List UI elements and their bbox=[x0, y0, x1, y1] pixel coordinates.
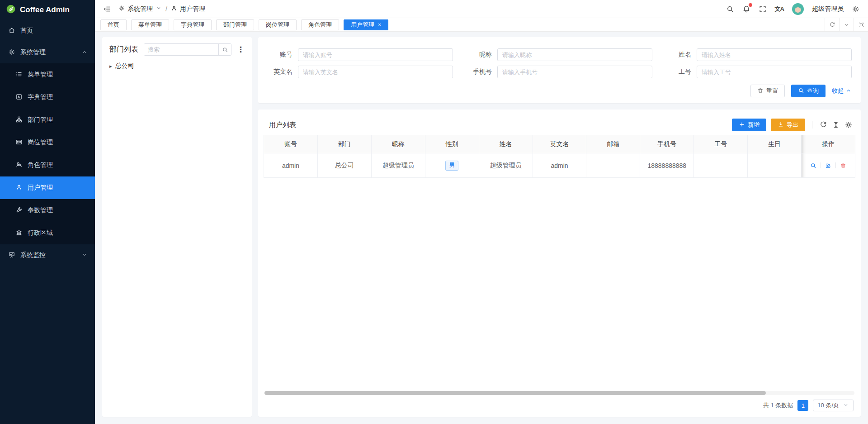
tab-label: 岗位管理 bbox=[266, 21, 289, 29]
edit-icon[interactable] bbox=[825, 162, 831, 169]
column-header[interactable]: 邮箱 bbox=[586, 135, 640, 153]
close-icon[interactable]: × bbox=[378, 22, 381, 28]
gear-icon[interactable] bbox=[844, 121, 853, 129]
english-name-input[interactable] bbox=[298, 66, 453, 78]
sidebar-item-post-management[interactable]: 岗位管理 bbox=[0, 131, 95, 154]
fullscreen-exit-icon[interactable] bbox=[854, 18, 868, 31]
sidebar-item-label: 字典管理 bbox=[28, 93, 53, 101]
page-number-button[interactable]: 1 bbox=[797, 400, 808, 411]
row-height-icon[interactable] bbox=[832, 121, 840, 129]
search-button[interactable]: 查询 bbox=[791, 85, 826, 97]
sidebar-item-system-management[interactable]: 系统管理 bbox=[0, 42, 95, 63]
tab-label: 字典管理 bbox=[181, 21, 204, 29]
menu-fold-icon[interactable] bbox=[103, 5, 111, 13]
cell-work-number bbox=[694, 153, 748, 178]
sidebar-item-label: 参数管理 bbox=[28, 206, 53, 214]
account-input[interactable] bbox=[298, 48, 453, 61]
column-header[interactable]: 工号 bbox=[694, 135, 748, 153]
menu-list-icon bbox=[15, 71, 23, 79]
tab-label: 用户管理 bbox=[351, 21, 374, 29]
department-panel-header: 部门列表 ⋮ bbox=[109, 43, 245, 56]
refresh-icon[interactable] bbox=[825, 18, 839, 31]
department-search-group bbox=[144, 43, 231, 56]
column-header[interactable]: 账号 bbox=[264, 135, 318, 153]
chevron-up-icon bbox=[81, 49, 88, 57]
export-button[interactable]: 导出 bbox=[771, 119, 805, 131]
sidebar-item-home[interactable]: 首页 bbox=[0, 20, 95, 42]
tab-home[interactable]: 首页 bbox=[100, 19, 127, 30]
sidebar-item-department-management[interactable]: 部门管理 bbox=[0, 109, 95, 131]
wrench-icon bbox=[15, 206, 23, 215]
plus-icon bbox=[739, 121, 745, 129]
user-icon bbox=[171, 5, 177, 13]
chevron-down-icon[interactable] bbox=[839, 18, 854, 31]
delete-icon[interactable] bbox=[840, 162, 846, 169]
search-icon[interactable] bbox=[218, 44, 231, 55]
work-number-input[interactable] bbox=[697, 66, 852, 78]
trash-icon bbox=[757, 87, 764, 95]
page-size-select[interactable]: 10 条/页 bbox=[813, 400, 854, 411]
view-icon[interactable] bbox=[810, 162, 816, 169]
bank-icon bbox=[15, 229, 23, 238]
settings-icon[interactable] bbox=[852, 5, 860, 13]
user-name[interactable]: 超级管理员 bbox=[812, 5, 844, 13]
refresh-icon[interactable] bbox=[819, 121, 827, 129]
reset-button-label: 重置 bbox=[766, 87, 778, 95]
column-header[interactable]: 部门 bbox=[317, 135, 371, 153]
tab-role-management[interactable]: 角色管理 bbox=[301, 19, 339, 30]
add-button[interactable]: 新增 bbox=[732, 119, 766, 131]
search-button-label: 查询 bbox=[807, 87, 819, 95]
tab-label: 首页 bbox=[108, 21, 119, 29]
column-header[interactable]: 英文名 bbox=[533, 135, 586, 153]
field-label: 昵称 bbox=[467, 51, 497, 59]
sidebar-item-administrative-region[interactable]: 行政区域 bbox=[0, 222, 95, 244]
fullscreen-icon[interactable] bbox=[759, 5, 767, 13]
breadcrumb-item-user[interactable]: 用户管理 bbox=[171, 5, 205, 13]
field-label: 姓名 bbox=[666, 51, 697, 59]
brand[interactable]: Coffee Admin bbox=[0, 0, 95, 20]
cell-phone: 18888888888 bbox=[640, 153, 694, 178]
field-label: 工号 bbox=[666, 68, 697, 76]
column-header[interactable]: 性别 bbox=[425, 135, 479, 153]
nickname-input[interactable] bbox=[497, 48, 652, 61]
cell-gender: 男 bbox=[425, 153, 479, 178]
notification-bell[interactable] bbox=[742, 5, 750, 13]
column-header-actions: 操作 bbox=[802, 135, 855, 153]
collapse-filter-link[interactable]: 收起 bbox=[832, 87, 852, 95]
tab-menu-management[interactable]: 菜单管理 bbox=[131, 19, 169, 30]
cell-english-name: admin bbox=[533, 153, 586, 178]
sidebar-item-role-management[interactable]: 角色管理 bbox=[0, 154, 95, 176]
search-icon bbox=[798, 87, 804, 95]
scrollbar-thumb[interactable] bbox=[264, 391, 766, 395]
tab-dictionary-management[interactable]: 字典管理 bbox=[174, 19, 212, 30]
divider bbox=[812, 121, 812, 129]
search-icon[interactable] bbox=[726, 5, 734, 13]
tab-post-management[interactable]: 岗位管理 bbox=[259, 19, 297, 30]
breadcrumb-item-system[interactable]: 系统管理 bbox=[118, 5, 162, 13]
tree-node-head-office[interactable]: ▸ 总公司 bbox=[109, 62, 245, 70]
reset-button[interactable]: 重置 bbox=[750, 85, 785, 97]
column-header[interactable]: 昵称 bbox=[371, 135, 425, 153]
name-input[interactable] bbox=[697, 48, 852, 61]
sidebar-item-dictionary-management[interactable]: 字典管理 bbox=[0, 86, 95, 109]
sidebar-item-label: 用户管理 bbox=[28, 184, 53, 192]
sidebar-item-user-management[interactable]: 用户管理 bbox=[0, 176, 95, 199]
table-row[interactable]: admin 总公司 超级管理员 男 超级管理员 admin 1888888888… bbox=[264, 153, 855, 178]
column-header[interactable]: 手机号 bbox=[640, 135, 694, 153]
sidebar-item-menu-management[interactable]: 菜单管理 bbox=[0, 63, 95, 86]
sidebar-submenu-system: 菜单管理 字典管理 部门管理 岗位管理 角色管理 用户管理 参数管理 行政区域 bbox=[0, 63, 95, 244]
more-options-icon[interactable]: ⋮ bbox=[237, 46, 245, 53]
translate-icon[interactable]: 文A bbox=[775, 5, 784, 13]
column-header[interactable]: 姓名 bbox=[479, 135, 533, 153]
sidebar-item-parameter-management[interactable]: 参数管理 bbox=[0, 199, 95, 222]
sidebar-item-label: 角色管理 bbox=[28, 161, 53, 169]
sidebar-item-system-monitor[interactable]: 系统监控 bbox=[0, 244, 95, 266]
avatar[interactable] bbox=[792, 3, 804, 15]
tree-expander-icon[interactable]: ▸ bbox=[109, 63, 112, 69]
cell-email bbox=[586, 153, 640, 178]
tab-department-management[interactable]: 部门管理 bbox=[216, 19, 254, 30]
phone-input[interactable] bbox=[497, 66, 652, 78]
department-search-input[interactable] bbox=[144, 44, 218, 55]
column-header[interactable]: 生日 bbox=[748, 135, 802, 153]
tab-user-management[interactable]: 用户管理 × bbox=[344, 19, 388, 30]
